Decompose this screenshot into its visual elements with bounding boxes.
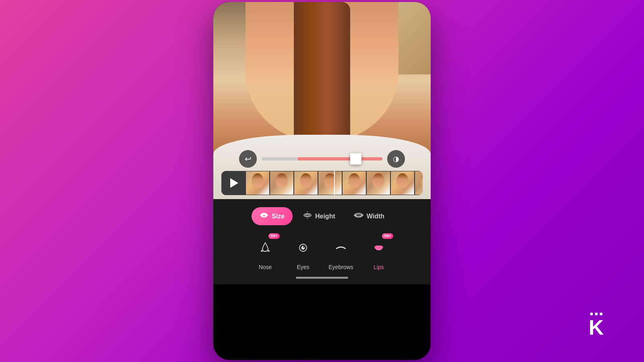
tab-height[interactable]: Height: [295, 207, 343, 225]
watermark-dot: [600, 313, 603, 315]
film-frame: [390, 171, 415, 195]
width-tab-icon: [354, 212, 363, 220]
home-indicator: [296, 277, 348, 279]
play-icon: [230, 178, 238, 188]
svg-point-0: [304, 214, 311, 217]
eyebrows-label: Eyebrows: [328, 264, 353, 270]
filmstrip: [246, 171, 423, 195]
lips-label: Lips: [374, 264, 384, 270]
film-frame: [415, 171, 423, 195]
nose-icon-wrap: Try: [252, 235, 278, 261]
slider-row: ↩ ◑: [221, 150, 423, 168]
feature-eyes[interactable]: Eyes: [290, 235, 316, 270]
play-button[interactable]: [221, 171, 246, 195]
film-frame: [318, 171, 342, 195]
watermark-letter: K: [588, 317, 604, 338]
timeline-cursor: [334, 171, 335, 195]
features-row: Try Nose: [221, 235, 423, 270]
eyebrows-icon-wrap: [328, 235, 354, 261]
feature-eyebrows[interactable]: Eyebrows: [328, 235, 354, 270]
height-tab-icon: [303, 211, 312, 221]
svg-point-8: [303, 246, 305, 248]
video-preview: ↩ ◑: [213, 2, 431, 199]
slider-fill: [262, 157, 382, 160]
tab-size[interactable]: Size: [252, 207, 293, 225]
film-frame: [366, 171, 390, 195]
feature-lips[interactable]: Try Lips: [366, 235, 392, 270]
lips-icon-wrap: Try: [366, 235, 392, 261]
lips-feature-icon: [372, 241, 386, 255]
intensity-slider[interactable]: [262, 157, 382, 160]
timeline[interactable]: [221, 171, 423, 195]
compare-button[interactable]: ◑: [387, 150, 405, 168]
undo-icon: ↩: [245, 154, 252, 164]
lips-tab-icon: [260, 212, 268, 220]
watermark-dot: [590, 313, 593, 315]
svg-point-3: [355, 213, 363, 217]
video-controls-overlay: ↩ ◑: [213, 146, 431, 199]
nose-label: Nose: [259, 264, 272, 270]
tab-width-label: Width: [367, 213, 384, 220]
tabs-row: Size Height: [221, 207, 423, 225]
feature-nose[interactable]: Try Nose: [252, 235, 278, 270]
film-frame: [342, 171, 366, 195]
watermark: K: [588, 313, 604, 338]
film-frame: [270, 171, 294, 195]
watermark-dot: [595, 313, 598, 315]
undo-button[interactable]: ↩: [239, 150, 257, 168]
slider-thumb[interactable]: [350, 153, 361, 165]
lips-try-badge: Try: [382, 233, 393, 239]
film-frame: [246, 171, 270, 195]
nose-icon: [258, 241, 272, 255]
film-frame: [294, 171, 318, 195]
eyes-icon: [296, 241, 310, 255]
phone-frame: ↩ ◑: [213, 2, 431, 360]
svg-point-7: [301, 246, 305, 250]
tab-height-label: Height: [315, 213, 335, 220]
tab-size-label: Size: [272, 213, 285, 220]
tab-width[interactable]: Width: [346, 207, 392, 225]
compare-icon: ◑: [393, 154, 399, 163]
eyebrows-icon: [334, 241, 348, 255]
nose-try-badge: Try: [268, 233, 280, 239]
bottom-panel: Size Height: [213, 199, 431, 284]
eyes-label: Eyes: [297, 264, 309, 270]
eyes-icon-wrap: [290, 235, 316, 261]
